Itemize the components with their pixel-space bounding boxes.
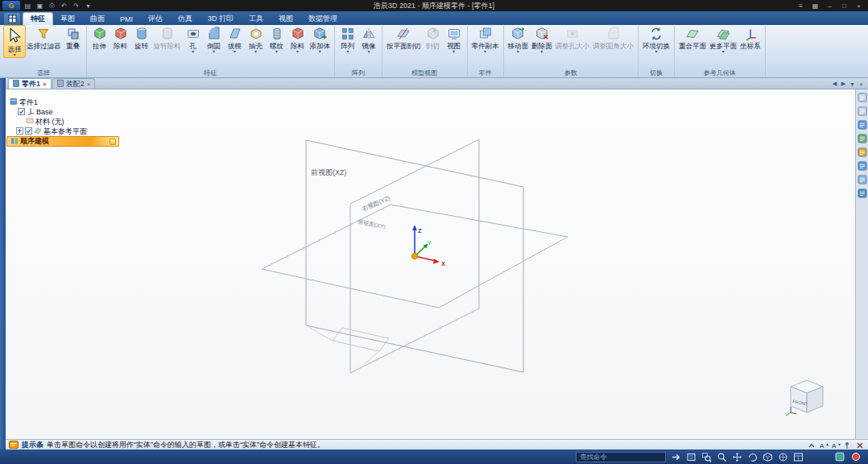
pan-icon[interactable] [731,451,743,462]
ribbon-button-2-11[interactable]: 添加体▾ [308,26,333,54]
expand-prompt-icon[interactable] [807,441,816,450]
tree-item-1[interactable]: 零件1 [6,97,151,107]
ribbon-button-3-1[interactable]: 阵列▾ [337,26,358,54]
window-layout-icon[interactable] [792,451,804,462]
ribbon-button-1-3[interactable]: 重叠 [63,26,84,50]
app-menu-button[interactable] [4,13,20,25]
pathfinder-panel-icon[interactable] [857,119,867,130]
dropdown-arrow-icon[interactable]: ▾ [367,50,370,54]
zoom-icon[interactable] [716,451,728,462]
ribbon-tab-3[interactable]: 曲面 [83,13,112,25]
dropdown-arrow-icon[interactable]: ▾ [213,50,215,54]
ordered-modeling-handle[interactable] [110,139,116,145]
ribbon-button-2-2[interactable]: 除料 [110,26,131,50]
dropdown-arrow-icon[interactable]: ▾ [540,50,543,54]
window-style-icon[interactable]: ▦ [808,1,822,10]
command-search-input[interactable] [576,452,666,462]
save-icon[interactable]: ▣ [35,2,45,10]
close-icon[interactable]: × [852,1,866,10]
ribbon-button-7-1[interactable]: 环境切换▾ [641,26,672,54]
ribbon-tab-2[interactable]: 草图 [53,13,82,25]
ribbon-button-2-7[interactable]: 拔模▾ [225,26,246,54]
ribbon-button-4-3[interactable]: 视图▾ [444,26,465,54]
tree-item-5[interactable]: 顺序建模 [6,136,119,147]
print-icon[interactable]: ⎙ [47,2,57,10]
ribbon-button-3-2[interactable]: 镜像▾ [358,26,379,54]
dropdown-arrow-icon[interactable]: ▾ [517,50,519,54]
customize-quick-access-icon[interactable]: ▾ [83,2,93,10]
document-tab-1[interactable]: 零件1× [8,78,52,89]
ribbon-tab-6[interactable]: 仿真 [171,13,200,25]
visibility-checkbox[interactable] [18,108,25,117]
visibility-checkbox[interactable] [25,127,32,136]
ribbon-button-6-1[interactable]: 移动面▾ [506,26,531,54]
common-views-icon[interactable] [762,451,774,462]
dropdown-arrow-icon[interactable]: ▾ [453,50,455,54]
ribbon-tab-9[interactable]: 视图 [271,13,300,25]
dropdown-arrow-icon[interactable]: ▾ [192,50,194,54]
layers-panel-icon[interactable] [857,147,867,157]
pin-icon[interactable] [843,441,853,450]
ribbon-tab-4[interactable]: PMI [113,13,140,25]
dropdown-arrow-icon[interactable]: ▾ [721,50,724,54]
ribbon-button-4-1[interactable]: 按平面剖切 [385,26,423,50]
menu-grid-icon[interactable]: ▤ [23,2,33,10]
zoom-area-icon[interactable] [701,451,713,462]
dropdown-arrow-icon[interactable]: ▾ [275,50,278,54]
ribbon-button-2-5[interactable]: 孔▾ [183,26,204,54]
restore-icon[interactable]: □ [837,1,851,10]
ribbon-tab-7[interactable]: 3D 打印 [200,13,241,25]
ribbon-button-2-6[interactable]: 倒圆▾ [204,26,225,54]
view-styles-icon[interactable] [777,451,789,462]
font-increase-icon[interactable]: A [819,441,829,450]
plane-label-front[interactable]: 前视图(XZ) [311,168,347,176]
origin-point[interactable] [411,253,417,259]
web-panel-icon[interactable] [857,188,867,198]
viewport-3d[interactable]: 前视图(XZ) 右视图(YZ) 俯视图(XY) Z Y X [0,89,855,439]
ribbon-tab-10[interactable]: 数据管理 [301,13,345,25]
ribbon-button-5-1[interactable]: 零件副本▾ [470,26,501,54]
ribbon-button-6-2[interactable]: 删除面▾ [530,26,554,54]
ribbon-button-1-2[interactable]: 选择过滤器 [25,26,63,50]
ribbon-tab-8[interactable]: 工具 [242,13,271,25]
ribbon-tab-1[interactable]: 特征 [23,13,52,25]
close-prompt-icon[interactable] [855,441,865,450]
expander-icon[interactable] [16,127,23,136]
variables-panel-icon[interactable] [857,174,867,184]
document-tab-2[interactable]: 装配2× [52,78,96,89]
dropdown-arrow-icon[interactable]: ▾ [13,53,15,57]
app-logo-icon[interactable]: G [2,1,20,10]
ribbon-button-2-3[interactable]: 旋转 [131,26,152,50]
plane-label-top[interactable]: 俯视图(XY) [358,218,386,230]
redo-icon[interactable]: ↷ [71,2,81,10]
dropdown-arrow-icon[interactable]: ▾ [319,50,321,54]
sensors-panel-icon[interactable] [857,160,867,171]
dropdown-arrow-icon[interactable]: ▾ [254,50,257,54]
ribbon-button-1-1[interactable]: 选择▾ [4,26,25,57]
ribbon-button-2-10[interactable]: 除料▾ [287,26,308,54]
tree-item-4[interactable]: 基本参考平面 [6,126,151,136]
font-decrease-icon[interactable]: A [831,441,841,450]
prompt-bar-icon[interactable] [857,106,867,116]
dropdown-arrow-icon[interactable]: ▾ [296,50,299,54]
ribbon-button-8-1[interactable]: 重合平面 [677,26,708,50]
dropdown-arrow-icon[interactable]: ▾ [484,50,486,54]
close-document-icon[interactable]: × [43,81,47,88]
alert-dot-icon[interactable] [849,451,862,462]
ribbon-button-2-9[interactable]: 螺纹▾ [267,26,287,54]
tree-item-3[interactable]: 材料 (无) [6,117,151,126]
close-tab-icon[interactable]: × [858,81,865,87]
tab-list-icon[interactable]: ▼ [849,81,856,87]
ribbon-display-icon[interactable]: ≡ [794,1,808,10]
fit-view-icon[interactable] [685,451,697,462]
minimize-icon[interactable]: – [823,1,837,10]
tree-item-2[interactable]: Base [6,107,151,117]
view-cube[interactable]: FRONT [783,376,831,420]
close-document-icon[interactable]: × [87,81,91,88]
ribbon-tab-5[interactable]: 评估 [141,13,170,25]
go-arrow-icon[interactable] [670,451,682,462]
ribbon-button-2-8[interactable]: 抽壳▾ [246,26,267,54]
prev-tab-icon[interactable]: ◀ [831,81,838,87]
ribbon-button-8-2[interactable]: 更多平面▾ [708,26,738,54]
next-tab-icon[interactable]: ▶ [840,81,847,87]
